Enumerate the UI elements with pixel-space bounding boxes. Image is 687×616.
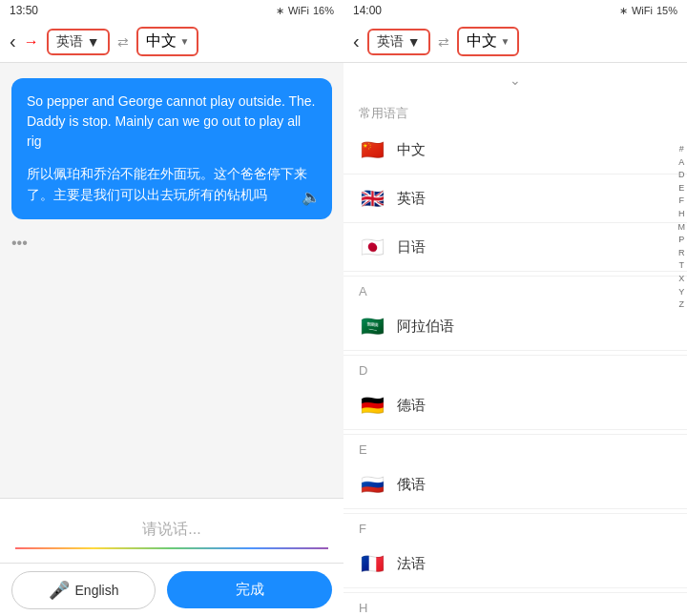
chat-area: So pepper and George cannot play outside… (0, 63, 344, 498)
voice-placeholder: 请说话... (15, 510, 328, 551)
section-e: E (344, 434, 687, 461)
bottom-bar: 🎤 English 完成 (0, 563, 344, 616)
transfer-icon-right: ⇄ (438, 34, 449, 50)
typing-indicator: ••• (11, 227, 332, 259)
wifi-icon: WiFi (288, 5, 309, 16)
lang-item-russian[interactable]: 🇷🇺 俄语 (344, 461, 687, 509)
lang-item-french[interactable]: 🇫🇷 法语 (344, 540, 687, 588)
french-lang-name: 法语 (397, 555, 426, 573)
lang-item-japanese[interactable]: 🇯🇵 日语 (344, 223, 687, 272)
status-time-right: 14:00 (353, 4, 382, 17)
zh-translation-text: 所以佩珀和乔治不能在外面玩。这个爸爸停下来了。主要是我们可以出去玩所有的钻机吗 (27, 163, 317, 206)
chinese-flag: 🇨🇳 (359, 136, 385, 163)
alpha-d[interactable]: D (678, 169, 686, 181)
wifi-icon-right: WiFi (632, 5, 653, 16)
back-button[interactable]: ‹ (10, 31, 16, 52)
dropdown-collapse-icon[interactable]: ⌄ (344, 63, 687, 97)
section-d: D (344, 355, 687, 381)
alpha-index: # A D E F H M P R T X Y Z (677, 139, 688, 315)
alpha-r[interactable]: R (678, 247, 686, 259)
right-panel: 14:00 ∗ WiFi 15% ‹ 英语 ▼ ⇄ 中文 ▼ ⌄ 常用语言 🇨🇳… (344, 0, 687, 616)
chinese-lang-name: 中文 (397, 141, 426, 159)
to-lang-arrow-icon: ▼ (180, 36, 190, 47)
english-flag: 🇬🇧 (359, 185, 385, 212)
status-icons-left: ∗ WiFi 16% (276, 5, 334, 17)
from-lang-arrow-right: ▼ (407, 34, 421, 50)
back-button-right[interactable]: ‹ (353, 31, 360, 52)
from-lang-selector-right[interactable]: 英语 ▼ (367, 29, 430, 55)
status-bar-right: 14:00 ∗ WiFi 15% (344, 0, 687, 21)
alpha-p[interactable]: P (678, 234, 686, 246)
german-lang-name: 德语 (397, 397, 426, 415)
to-lang-label: 中文 (146, 31, 177, 51)
alpha-y[interactable]: Y (678, 286, 686, 298)
status-icons-right: ∗ WiFi 15% (619, 5, 677, 17)
french-flag: 🇫🇷 (359, 550, 385, 577)
section-a: A (344, 276, 687, 302)
english-lang-name: 英语 (397, 190, 426, 208)
common-languages-title: 常用语言 (344, 97, 687, 126)
from-lang-arrow-icon: ▼ (87, 34, 100, 50)
microphone-icon: 🎤 (49, 580, 70, 601)
lang-item-chinese[interactable]: 🇨🇳 中文 (344, 126, 687, 175)
from-lang-selector[interactable]: 英语 ▼ (47, 29, 110, 55)
russian-lang-name: 俄语 (397, 476, 426, 494)
input-area[interactable]: 请说话... (0, 498, 344, 563)
battery-right: 15% (656, 5, 677, 16)
section-h: H (344, 592, 687, 616)
header-right: ‹ 英语 ▼ ⇄ 中文 ▼ (344, 21, 687, 63)
chat-bubble: So pepper and George cannot play outside… (11, 78, 332, 219)
russian-flag: 🇷🇺 (359, 471, 385, 498)
lang-item-german[interactable]: 🇩🇪 德语 (344, 381, 687, 430)
language-dropdown: ⌄ 常用语言 🇨🇳 中文 🇬🇧 英语 🇯🇵 日语 A 🇸🇦 阿拉伯语 D 🇩🇪 … (344, 63, 687, 616)
mic-button[interactable]: 🎤 English (11, 571, 156, 609)
alpha-x[interactable]: X (678, 273, 686, 285)
section-f: F (344, 513, 687, 540)
alpha-f[interactable]: F (678, 195, 686, 207)
japanese-flag: 🇯🇵 (359, 234, 385, 260)
alpha-hash[interactable]: # (678, 143, 686, 155)
to-lang-selector[interactable]: 中文 ▼ (136, 27, 199, 56)
german-flag: 🇩🇪 (359, 392, 385, 419)
battery-left: 16% (313, 5, 334, 16)
to-lang-selector-right[interactable]: 中文 ▼ (457, 27, 520, 56)
japanese-lang-name: 日语 (397, 238, 426, 257)
lang-item-arabic[interactable]: 🇸🇦 阿拉伯语 (344, 302, 687, 351)
arabic-lang-name: 阿拉伯语 (397, 318, 454, 336)
from-lang-label-right: 英语 (377, 33, 404, 51)
from-lang-label: 英语 (56, 33, 83, 51)
alpha-m[interactable]: M (678, 221, 686, 234)
en-translation-text: So pepper and George cannot play outside… (27, 92, 317, 152)
to-lang-arrow-right: ▼ (501, 36, 510, 47)
done-button[interactable]: 完成 (167, 571, 332, 608)
status-bar-left: 13:50 ∗ WiFi 16% (0, 0, 344, 21)
to-lang-label-right: 中文 (467, 31, 497, 51)
lang-item-english[interactable]: 🇬🇧 英语 (344, 175, 687, 223)
alpha-z[interactable]: Z (678, 298, 686, 311)
bluetooth-icon-right: ∗ (619, 5, 628, 17)
alpha-a[interactable]: A (678, 156, 686, 169)
mic-label: English (75, 583, 119, 598)
alpha-t[interactable]: T (678, 259, 686, 272)
left-panel: 13:50 ∗ WiFi 16% ‹ → 英语 ▼ ⇄ 中文 ▼ So pepp… (0, 0, 344, 616)
header-left: ‹ → 英语 ▼ ⇄ 中文 ▼ (0, 21, 344, 63)
right-arrow-icon: → (24, 33, 39, 51)
bluetooth-icon: ∗ (276, 5, 284, 17)
alpha-e[interactable]: E (678, 182, 686, 195)
transfer-icon: ⇄ (117, 34, 129, 50)
status-time-left: 13:50 (10, 4, 38, 17)
alpha-h[interactable]: H (678, 208, 686, 220)
sound-icon[interactable]: 🔈 (302, 185, 321, 210)
arabic-flag: 🇸🇦 (359, 313, 385, 339)
